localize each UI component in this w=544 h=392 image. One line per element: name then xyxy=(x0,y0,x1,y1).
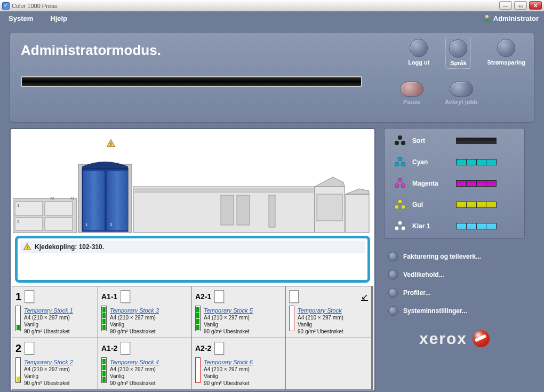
tray-id: 2 xyxy=(15,342,21,355)
svg-text:1: 1 xyxy=(85,222,88,227)
svg-point-27 xyxy=(395,141,399,145)
tray-id: A2-1 xyxy=(195,292,211,301)
toner-row: Magenta xyxy=(393,178,516,189)
nav-item[interactable]: Vedlikehold... xyxy=(388,270,521,279)
pause-button[interactable]: Pause xyxy=(397,79,427,107)
logout-button[interactable]: Logg ut xyxy=(405,37,433,69)
warning-icon: ! xyxy=(23,243,31,251)
admin-indicator: Administrator xyxy=(483,14,539,22)
logout-icon xyxy=(410,39,428,57)
nav-label: Vedlikehold... xyxy=(403,271,444,278)
stock-name-link[interactable]: Temporary Stock xyxy=(298,307,343,314)
nav-label: Fakturering og telleverk... xyxy=(403,253,481,260)
nav-item[interactable]: Fakturering og telleverk... xyxy=(388,252,521,261)
paper-level-bar xyxy=(195,357,201,383)
stock-name-link[interactable]: Temporary Stock 2 xyxy=(24,358,73,366)
svg-rect-21 xyxy=(269,195,275,227)
toner-level-bar xyxy=(456,180,497,187)
tray-cell-empty xyxy=(286,338,371,389)
powersave-button[interactable]: Strømsparing xyxy=(484,37,529,69)
stock-name-link[interactable]: Temporary Stock 3 xyxy=(110,307,159,314)
paper-icon xyxy=(25,342,34,355)
svg-rect-4 xyxy=(45,202,73,215)
tray-grid: 1Temporary Stock 1A4 (210 × 297 mm)Vanli… xyxy=(12,286,373,390)
stock-name-link[interactable]: Temporary Stock 4 xyxy=(110,358,159,366)
tray-id: A2-2 xyxy=(195,344,211,353)
toner-pyramid-icon xyxy=(393,156,407,168)
nav-bullet-icon xyxy=(388,252,398,261)
stock-name-link[interactable]: Temporary Stock 5 xyxy=(204,307,253,314)
toner-pyramid-icon xyxy=(393,220,407,232)
toner-name: Sort xyxy=(412,137,451,145)
toner-pyramid-icon xyxy=(393,135,407,147)
menu-system[interactable]: System xyxy=(9,14,33,22)
maximize-button[interactable]: ▭ xyxy=(514,1,527,10)
tray-cell[interactable]: A2-1Temporary Stock 5A4 (210 × 297 mm)Va… xyxy=(192,286,285,338)
paper-level-bar xyxy=(195,306,201,331)
svg-text:A2: A2 xyxy=(50,197,54,200)
svg-rect-18 xyxy=(134,188,314,193)
tray-cell[interactable]: A1-1Temporary Stock 3A4 (210 × 297 mm)Va… xyxy=(98,286,191,338)
nav-item[interactable]: Systeminnstillinger... xyxy=(388,306,521,316)
svg-point-37 xyxy=(401,205,405,209)
nav-panel: Fakturering og telleverk...Vedlikehold..… xyxy=(384,252,525,316)
stock-name-link[interactable]: Temporary Stock 6 xyxy=(204,358,253,366)
svg-rect-23 xyxy=(317,194,342,221)
minimize-button[interactable]: — xyxy=(499,1,512,10)
svg-point-32 xyxy=(398,178,402,182)
svg-rect-6 xyxy=(45,218,73,230)
tray-cell[interactable]: 1Temporary Stock 1A4 (210 × 297 mm)Vanli… xyxy=(12,286,98,338)
svg-point-36 xyxy=(395,205,399,209)
top-panel: Administratormodus. Logg ut Språk Strøms… xyxy=(10,32,534,123)
svg-text:1: 1 xyxy=(17,203,20,208)
printer-diagram: 1 2 A2 A1 1 2 xyxy=(13,145,373,235)
xerox-ball-icon xyxy=(473,330,490,347)
nav-bullet-icon xyxy=(388,288,398,298)
svg-text:A1: A1 xyxy=(70,197,75,200)
svg-point-35 xyxy=(398,199,402,204)
nav-label: Profiler... xyxy=(403,289,430,297)
nav-label: Systeminnstillinger... xyxy=(403,307,467,315)
machine-panel: ! 1 2 A2 A1 xyxy=(10,128,375,391)
nav-bullet-icon xyxy=(388,306,398,316)
pause-icon xyxy=(400,82,423,97)
cancel-job-button[interactable]: Avbryt jobb xyxy=(442,79,481,107)
powersave-icon xyxy=(497,39,515,57)
toner-level-bar xyxy=(456,159,497,165)
mode-title: Administratormodus. xyxy=(21,42,161,59)
svg-rect-13 xyxy=(83,171,105,230)
paper-level-bar xyxy=(101,306,107,331)
svg-point-26 xyxy=(398,135,402,140)
svg-rect-24 xyxy=(346,194,369,233)
paper-icon xyxy=(121,342,130,355)
tray-cell[interactable]: A2-2Temporary Stock 6A4 (210 × 297 mm)Va… xyxy=(192,338,285,389)
svg-point-31 xyxy=(401,162,405,166)
cancel-icon xyxy=(450,82,473,97)
toner-level-bar xyxy=(456,202,497,208)
svg-text:!: ! xyxy=(27,245,28,250)
toner-row: Sort xyxy=(393,135,516,147)
menubar: System Hjelp Administrator xyxy=(0,12,544,25)
tray-cell[interactable]: ↙Temporary StockA4 (210 × 297 mm)Vanlig9… xyxy=(286,286,371,338)
svg-text:2: 2 xyxy=(17,219,20,224)
svg-point-33 xyxy=(395,183,399,188)
admin-label-text: Administrator xyxy=(493,14,539,22)
tray-cell[interactable]: 2Temporary Stock 2A4 (210 × 297 mm)Vanli… xyxy=(12,338,98,389)
menu-help[interactable]: Hjelp xyxy=(50,14,67,22)
toner-panel: SortCyanMagentaGulKlar 1 xyxy=(384,128,525,239)
stock-name-link[interactable]: Temporary Stock 1 xyxy=(24,307,73,314)
nav-item[interactable]: Profiler... xyxy=(388,288,521,298)
svg-rect-14 xyxy=(107,171,128,230)
close-button[interactable]: ✕ xyxy=(529,1,542,10)
title-bar: Color 1000 Press — ▭ ✕ xyxy=(0,0,544,12)
language-button[interactable]: Språk xyxy=(445,37,471,69)
status-message-box: ! Kjedekopling: 102-310. xyxy=(15,236,370,283)
toner-row: Gul xyxy=(393,199,516,211)
paper-level-bar xyxy=(289,306,294,331)
paper-level-bar xyxy=(101,357,107,383)
svg-text:2: 2 xyxy=(110,222,113,227)
tray-cell[interactable]: A1-2Temporary Stock 4A4 (210 × 297 mm)Va… xyxy=(98,338,191,389)
paper-icon xyxy=(289,290,299,303)
tray-id: A1-2 xyxy=(101,344,117,353)
toner-pyramid-icon xyxy=(393,178,407,189)
